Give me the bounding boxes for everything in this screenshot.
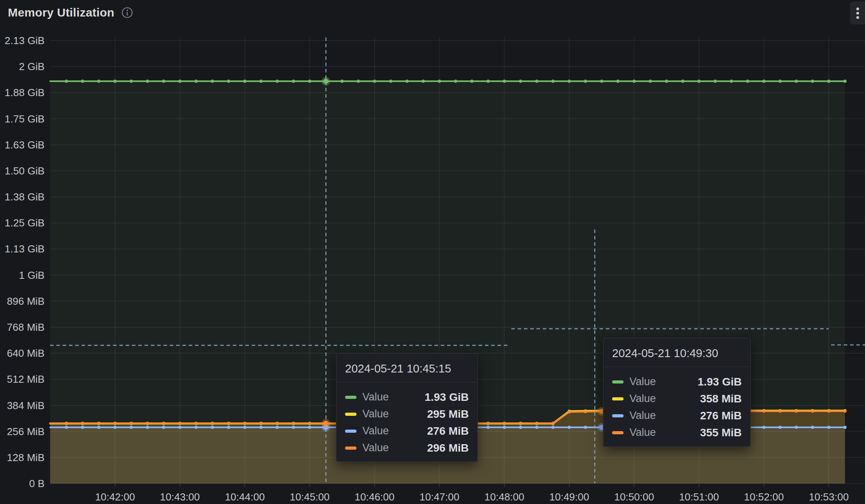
y-axis-label: 1.38 GiB [5,191,45,203]
tooltip-timestamp: 2024-05-21 10:45:15 [336,354,477,382]
y-axis-label: 1.13 GiB [5,243,45,255]
y-axis-label: 256 MiB [7,426,45,437]
yellow-series-swatch-icon [612,397,624,400]
y-axis-label: 640 MiB [7,347,45,359]
tooltip: 2024-05-21 10:49:30Value1.93 GiBValue358… [603,338,751,447]
x-axis-label: 10:46:00 [355,491,394,503]
yellow-series-swatch-icon [345,413,356,416]
y-axis-label: 768 MiB [7,321,45,333]
blue-series-swatch-icon [345,430,356,433]
panel-header: Memory Utilization [0,0,865,25]
tooltip-series-value: 276 MiB [700,410,742,422]
tooltip-series-value: 1.93 GiB [698,376,742,388]
y-axis-label: 1.25 GiB [5,217,45,229]
tooltip-series-value: 355 MiB [700,426,742,439]
tooltip: 2024-05-21 10:45:15Value1.93 GiBValue295… [336,353,478,462]
x-axis-label: 10:45:00 [290,491,330,503]
y-axis-label: 1 GiB [19,269,45,281]
tooltip-series-label: Value [362,442,389,454]
tooltip-series-label: Value [629,410,656,422]
tooltip-series-value: 296 MiB [427,442,469,454]
orange-series-swatch-icon [612,431,624,434]
x-axis-label: 10:48:00 [484,491,524,503]
tooltip-series-row: Value1.93 GiB [612,373,742,390]
y-axis-label: 1.50 GiB [5,165,45,177]
y-axis-label: 1.75 GiB [5,113,45,125]
tooltip-series-row: Value358 MiB [612,390,742,407]
y-axis-label: 512 MiB [7,373,45,385]
tooltip-series-value: 1.93 GiB [425,391,469,404]
tooltip-series-label: Value [362,391,389,403]
tooltip-series-value: 295 MiB [427,408,469,421]
tooltip-series-value: 276 MiB [427,425,469,437]
tooltip-series-label: Value [629,376,656,388]
y-axis-label: 1.63 GiB [5,139,45,151]
y-axis-label: 2 GiB [19,61,45,72]
x-axis-label: 10:49:00 [549,491,589,503]
x-axis-label: 10:52:00 [744,491,784,503]
x-axis-label: 10:50:00 [614,491,654,503]
x-axis-label: 10:51:00 [679,491,719,503]
x-axis-label: 10:44:00 [225,491,265,503]
tooltip-series-value: 358 MiB [700,393,742,405]
x-axis-label: 10:42:00 [95,491,135,503]
tooltip-series-row: Value1.93 GiB [345,389,469,406]
y-axis-label: 896 MiB [7,295,45,307]
orange-series-swatch-icon [345,447,356,450]
info-icon[interactable] [121,7,133,19]
panel-title[interactable]: Memory Utilization [8,6,114,19]
tooltip-series-label: Value [629,393,656,405]
green-series-swatch-icon [345,396,356,399]
y-axis-label: 384 MiB [7,400,45,411]
x-axis-label: 10:53:00 [809,491,848,503]
blue-series-swatch-icon [612,414,624,417]
tooltip-series-row: Value276 MiB [345,422,469,439]
tooltip-series-label: Value [629,426,656,439]
tooltip-series-label: Value [362,408,389,420]
y-axis-label: 0 B [29,478,45,489]
green-series-swatch-icon [612,380,624,384]
y-axis-label: 2.13 GiB [5,35,45,46]
grafana-panel: Memory Utilization 2.13 GiB2 GiB1.88 GiB… [0,0,865,504]
panel-menu-button[interactable] [850,2,865,24]
tooltip-series-row: Value355 MiB [612,424,742,441]
x-axis-label: 10:43:00 [160,491,200,503]
tooltip-timestamp: 2024-05-21 10:49:30 [603,338,750,367]
tooltip-series-row: Value295 MiB [345,406,469,422]
tooltip-series-row: Value296 MiB [345,439,469,456]
x-axis-label: 10:47:00 [420,491,459,503]
tooltip-series-row: Value276 MiB [612,407,742,424]
tooltip-series-label: Value [362,425,389,437]
kebab-menu-icon [856,7,859,10]
y-axis-label: 128 MiB [7,452,45,463]
y-axis-label: 1.88 GiB [5,87,45,98]
